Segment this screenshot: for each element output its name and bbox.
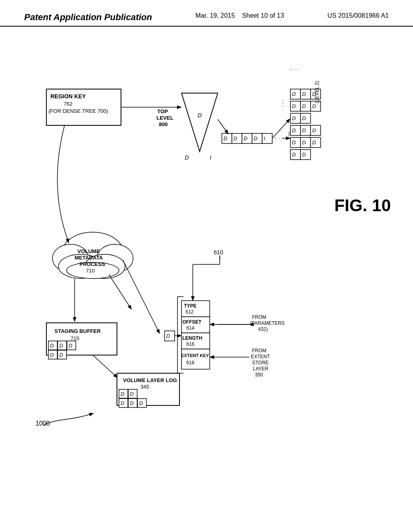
svg-text:D: D	[302, 103, 306, 109]
svg-text:D: D	[302, 152, 306, 158]
svg-text:D: D	[244, 135, 247, 141]
svg-text:D: D	[121, 400, 124, 406]
svg-text:710: 710	[86, 268, 95, 274]
svg-text:FROM: FROM	[252, 348, 266, 353]
svg-line-24	[218, 119, 228, 133]
svg-text:D: D	[302, 139, 306, 145]
svg-text:LENGTH: LENGTH	[182, 335, 202, 341]
publication-number: US 2015/0081966 A1	[327, 12, 389, 19]
svg-text:LEVEL: LEVEL	[156, 115, 173, 121]
svg-text:612: 612	[186, 309, 194, 315]
svg-text:REGION KEY: REGION KEY	[50, 93, 86, 100]
svg-text:VOLUME: VOLUME	[77, 248, 100, 254]
svg-text:· · ·: · · ·	[279, 100, 286, 107]
svg-text:VOLUME LAYER LOG: VOLUME LAYER LOG	[123, 377, 177, 383]
svg-text:D: D	[292, 139, 296, 145]
svg-text:FROM: FROM	[252, 314, 266, 320]
svg-text:D: D	[69, 343, 72, 349]
svg-text:EXTENT: EXTENT	[251, 354, 270, 360]
svg-text:TOP: TOP	[157, 108, 168, 114]
svg-text:D: D	[292, 115, 296, 121]
svg-text:D: D	[302, 91, 306, 97]
svg-text:D: D	[185, 154, 189, 161]
svg-text:D: D	[312, 127, 316, 133]
svg-text:D: D	[254, 135, 257, 141]
svg-text:350: 350	[255, 372, 263, 378]
svg-text:616: 616	[186, 341, 194, 347]
svg-text:(PARAMETERS: (PARAMETERS	[250, 320, 285, 326]
svg-text:METADATA: METADATA	[75, 255, 103, 261]
svg-line-131	[123, 260, 159, 333]
svg-marker-7	[181, 93, 218, 152]
svg-text:762: 762	[64, 101, 73, 107]
diagram-svg: REGION KEY 762 (FOR DENSE TREE 700) TOP …	[0, 27, 413, 522]
svg-text:OFFSET: OFFSET	[182, 319, 202, 325]
svg-text:614: 614	[186, 325, 194, 331]
svg-text:D: D	[302, 115, 306, 121]
svg-text:D: D	[312, 139, 316, 145]
svg-text:D: D	[292, 152, 296, 158]
publication-title: Patent Application Publication	[24, 12, 152, 23]
svg-text:D: D	[234, 135, 237, 141]
svg-text:EXTENT KEY: EXTENT KEY	[181, 353, 209, 358]
svg-rect-111	[181, 349, 210, 369]
svg-text:(FOR DENSE TREE 700): (FOR DENSE TREE 700)	[48, 108, 108, 114]
svg-text:D: D	[130, 400, 133, 406]
svg-text:D: D	[50, 343, 54, 349]
svg-text:618: 618	[186, 360, 194, 366]
svg-text:PROCESS: PROCESS	[79, 261, 105, 267]
svg-text:432): 432)	[258, 326, 268, 332]
diagram-container: REGION KEY 762 (FOR DENSE TREE 700) TOP …	[0, 27, 413, 522]
sheet-info: Sheet 10 of 13	[242, 12, 284, 19]
svg-text:(LEVEL 2): (LEVEL 2)	[314, 81, 320, 103]
figure-label: FIG. 10	[334, 196, 391, 215]
svg-text:· · ·: · · ·	[275, 135, 283, 141]
svg-text:D: D	[198, 112, 202, 118]
svg-line-85	[93, 355, 117, 377]
svg-text:TYPE: TYPE	[184, 303, 196, 309]
svg-text:D: D	[59, 352, 63, 358]
svg-text:345: 345	[140, 384, 149, 390]
svg-text:D: D	[50, 352, 54, 358]
svg-text:D: D	[166, 333, 170, 339]
svg-text:D: D	[223, 135, 227, 141]
svg-text:715: 715	[71, 335, 79, 341]
svg-text:D: D	[292, 127, 296, 133]
svg-text:I: I	[210, 154, 211, 161]
svg-text:610: 610	[214, 249, 223, 256]
svg-text:· · ·: · · ·	[290, 66, 298, 72]
svg-line-71	[109, 274, 131, 309]
svg-text:STAGING BUFFER: STAGING BUFFER	[54, 328, 101, 334]
svg-text:D: D	[292, 91, 296, 97]
svg-text:D: D	[59, 343, 63, 349]
svg-text:I: I	[264, 135, 265, 141]
publication-date: Mar. 19, 2015	[196, 12, 235, 19]
svg-text:D: D	[139, 400, 143, 406]
page-header: Patent Application Publication Mar. 19, …	[0, 0, 413, 27]
svg-text:D: D	[292, 103, 296, 109]
publication-date-sheet: Mar. 19, 2015 Sheet 10 of 13	[196, 12, 284, 19]
svg-text:D: D	[302, 127, 306, 133]
svg-text:LAYER: LAYER	[253, 366, 269, 372]
svg-text:D: D	[121, 391, 124, 397]
svg-text:D: D	[130, 391, 133, 397]
svg-text:STORE: STORE	[252, 360, 269, 366]
svg-text:D: D	[312, 103, 316, 109]
svg-text:800: 800	[159, 121, 168, 127]
